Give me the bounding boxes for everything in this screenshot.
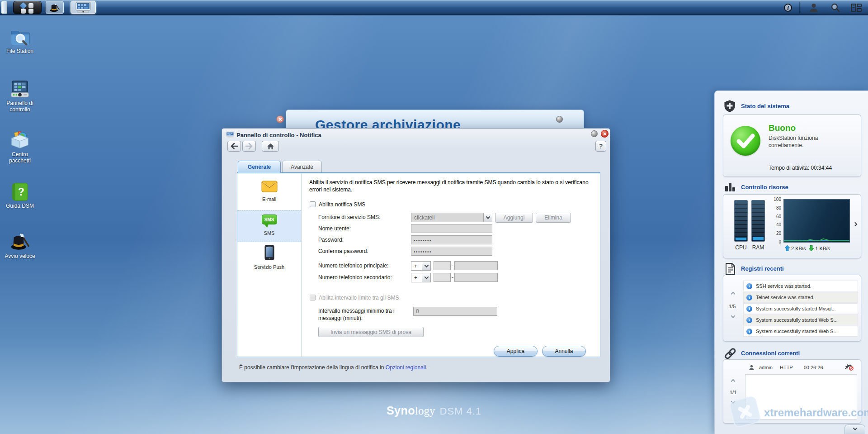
connection-user: admin <box>759 365 773 370</box>
primary-phone-code-field[interactable] <box>434 261 451 270</box>
logs-page-up-chevron[interactable] <box>731 292 736 296</box>
home-button[interactable] <box>262 141 279 152</box>
connections-page-down-chevron[interactable] <box>731 399 736 404</box>
sidebar-divider <box>301 173 302 357</box>
log-row[interactable]: System successfully started Mysql... <box>743 303 858 314</box>
pilot-view-icon <box>851 3 862 12</box>
username-field[interactable] <box>411 224 492 233</box>
enable-sms-label: Abilita notifica SMS <box>319 201 365 208</box>
apply-button[interactable]: Applica <box>494 346 538 357</box>
cancel-button[interactable]: Annulla <box>542 346 586 357</box>
ram-gauge <box>751 200 765 242</box>
connections-list-area <box>745 374 857 420</box>
secondary-phone-code-field[interactable] <box>434 273 451 282</box>
desktop-icon-package-center[interactable]: Centro pacchetti <box>3 130 37 164</box>
phone-separator: - <box>452 262 453 269</box>
tab-label: Avanzate <box>291 164 313 170</box>
taskbar-app-quick-launch[interactable] <box>46 1 64 14</box>
primary-prefix-select[interactable]: + <box>411 261 431 271</box>
taskbar-separator <box>800 2 800 14</box>
home-icon <box>267 143 274 150</box>
desktop-icon-dsm-help[interactable]: ? Guida DSM <box>3 182 37 210</box>
main-menu-icon <box>28 9 33 14</box>
sms-interval-label: Abilita intervallo limite tra gli SMS <box>319 295 399 301</box>
search-button[interactable] <box>830 2 841 13</box>
log-row[interactable]: Telnet service was started. <box>743 292 858 303</box>
connection-row[interactable]: admin HTTP 00:26:26 <box>749 364 857 371</box>
desktop-icon-label: File Station <box>3 48 37 55</box>
connections-page-up-chevron[interactable] <box>731 379 736 384</box>
log-row[interactable]: SSH service was started. <box>743 281 858 291</box>
back-button[interactable] <box>227 141 241 152</box>
widget-panel-collapse-button[interactable] <box>844 424 865 434</box>
desktop-icon-label: Guida DSM <box>3 203 37 210</box>
traffic-chart <box>784 200 849 242</box>
close-icon[interactable] <box>276 115 284 123</box>
forward-button[interactable] <box>242 141 256 152</box>
provider-select[interactable]: clickatell <box>411 213 492 222</box>
cpu-gauge <box>734 200 748 242</box>
password-field[interactable]: •••••••• <box>411 235 492 244</box>
status-detail: DiskStation funziona correttamente. <box>769 135 854 149</box>
user-menu-button[interactable] <box>808 2 819 13</box>
minimize-button[interactable] <box>556 116 563 123</box>
log-text: System successfully started Web S... <box>756 317 838 323</box>
connections-box: admin HTTP 00:26:26 1/1 <box>723 359 861 424</box>
help-button[interactable]: ? <box>595 141 606 152</box>
delete-provider-button[interactable]: Elimina <box>536 213 571 223</box>
secondary-prefix-select[interactable]: + <box>411 273 431 282</box>
expand-resource-monitor-chevron[interactable] <box>853 222 858 227</box>
confirm-password-label: Conferma password: <box>318 248 368 254</box>
secondary-phone-number-field[interactable] <box>454 273 498 282</box>
widget-title-system-status: Stato del sistema <box>741 103 789 110</box>
svg-text:?: ? <box>18 186 24 198</box>
desktop-icon-control-panel[interactable]: Pannello di controllo <box>3 79 37 113</box>
brand-syno: Syno <box>387 404 415 417</box>
password-label: Password: <box>318 237 344 243</box>
confirm-password-field[interactable]: •••••••• <box>411 247 492 256</box>
sidebar-item-sms[interactable]: SMS SMS <box>237 210 301 242</box>
interval-minutes-field[interactable]: 0 <box>413 307 497 316</box>
add-provider-button[interactable]: Aggiungi <box>495 213 533 223</box>
taskbar-app-control-panel[interactable] <box>71 1 96 14</box>
bar-chart-icon <box>725 182 736 192</box>
minimize-button[interactable] <box>591 130 598 137</box>
sms-icon-text: SMS <box>262 215 277 224</box>
cpu-label: CPU <box>734 244 748 251</box>
desktop-icon-quick-start[interactable]: Avvio veloce <box>3 232 37 260</box>
log-row[interactable]: System successfully started Web S... <box>743 315 858 325</box>
logs-page-down-chevron[interactable] <box>731 314 736 318</box>
close-icon[interactable] <box>601 130 609 138</box>
sms-description: Abilita il servizio di notifica SMS per … <box>309 179 595 194</box>
enable-sms-checkbox[interactable] <box>310 201 316 207</box>
resource-monitor-box: CPU RAM 100 80 60 40 20 0 2 KB/s <box>723 194 861 258</box>
uptime: Tempo di attività: 00:34:44 <box>769 165 832 171</box>
widget-title-resource-monitor: Controllo risorse <box>741 184 788 191</box>
disconnect-plug-icon[interactable] <box>844 363 854 371</box>
sidebar-item-email[interactable]: E-mail <box>237 178 301 210</box>
sidebar-item-push-service[interactable]: Servizio Push <box>237 242 301 276</box>
pilot-view-button[interactable] <box>851 2 862 13</box>
ram-label: RAM <box>751 244 765 251</box>
log-text: System successfully started Web S... <box>756 329 838 334</box>
regional-options-link[interactable]: Opzioni regionali <box>386 364 426 371</box>
y-tick: 100 <box>770 197 781 202</box>
show-desktop-button[interactable] <box>1 1 7 14</box>
tab-generale[interactable]: Generale <box>238 161 281 173</box>
desktop-icon-file-station[interactable]: File Station <box>3 27 37 55</box>
chevron-down-icon <box>483 213 492 222</box>
y-tick: 60 <box>770 215 781 219</box>
primary-phone-number-field[interactable] <box>454 261 498 270</box>
dialog-footer-note: È possibile cambiare l'impostazione dell… <box>239 364 428 371</box>
chart-y-axis: 100 80 60 40 20 0 <box>770 197 781 244</box>
log-row[interactable]: System successfully started Web S... <box>743 326 858 337</box>
uptime-label: Tempo di attività: <box>769 165 809 171</box>
tab-avanzate[interactable]: Avanzate <box>282 161 322 173</box>
sidebar-item-label: SMS <box>237 230 301 236</box>
main-menu-button[interactable] <box>13 1 42 14</box>
file-station-icon <box>9 27 30 47</box>
info-icon <box>784 4 792 12</box>
send-test-sms-button[interactable]: Invia un messaggio SMS di prova <box>318 327 424 337</box>
info-button[interactable] <box>783 2 793 13</box>
sms-interval-checkbox[interactable] <box>310 295 316 300</box>
